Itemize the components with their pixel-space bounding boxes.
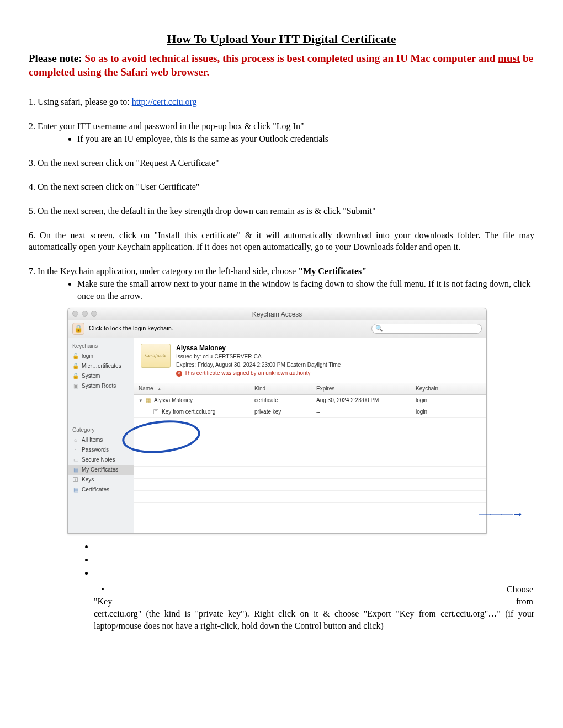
- note-prefix: Please note:: [29, 52, 84, 64]
- step-2-bullet-1: If you are an IU employee, this is the s…: [77, 133, 534, 145]
- sort-asc-icon: ▲: [157, 386, 162, 392]
- close-icon[interactable]: [72, 311, 78, 317]
- step-6: 6. On the next screen, click on "Install…: [29, 229, 534, 253]
- lock-icon[interactable]: 🔒: [72, 323, 84, 335]
- cert-warning: ✕This certificate was signed by an unkno…: [176, 370, 341, 377]
- sidebar-item-label: Secure Notes: [82, 456, 115, 464]
- certificate-thumb-icon: Certificate: [141, 344, 171, 368]
- certificate-icon: ▦: [145, 397, 152, 404]
- sidebar-item-label: Certificates: [82, 486, 109, 494]
- sidebar-item-system[interactable]: 🔒System: [68, 371, 134, 381]
- sidebar-item-label: All Items: [82, 436, 103, 444]
- col-keychain[interactable]: Keychain: [411, 383, 486, 394]
- minimize-icon[interactable]: [82, 311, 88, 317]
- please-note: Please note: So as to avoid technical is…: [29, 51, 534, 79]
- keychain-main: Certificate Alyssa Maloney Issued by: cc…: [134, 338, 486, 533]
- tail-choose: . • Choose: [94, 584, 534, 596]
- step-7b: "My Certificates": [298, 266, 367, 276]
- sidebar-item-label: login: [82, 352, 93, 360]
- folder-icon: ▣: [72, 383, 79, 389]
- keychain-titlebar: Keychain Access: [68, 308, 486, 320]
- key-icon: ⚿: [72, 477, 79, 483]
- password-icon: ⋮: [72, 447, 79, 453]
- row-kind: certificate: [250, 395, 312, 406]
- cert-name: Alyssa Maloney: [176, 344, 341, 353]
- keychain-sidebar: Keychains 🔓login 🔒Micr…ertificates 🔒Syst…: [68, 338, 134, 533]
- row-expires: Aug 30, 2024 2:23:00 PM: [312, 395, 411, 406]
- table-header: Name▲ Kind Expires Keychain: [134, 383, 486, 395]
- tag-icon: ⌕: [72, 437, 79, 443]
- step-7-bullets: Make sure the small arrow next to your n…: [77, 278, 534, 302]
- sidebar-item-label: Keys: [82, 476, 94, 484]
- keychain-title: Keychain Access: [252, 311, 302, 318]
- tail-key-left: "Key: [94, 596, 112, 608]
- step-2: 2. Enter your ITT username and password …: [29, 120, 534, 132]
- tail-bullet: [94, 540, 534, 554]
- cert-expires: Expires: Friday, August 30, 2024 2:23:00…: [176, 361, 341, 369]
- sidebar-item-label: Passwords: [82, 446, 109, 454]
- col-kind[interactable]: Kind: [250, 383, 312, 394]
- step-4: 4. On the next screen click on "User Cer…: [29, 181, 534, 193]
- step-7-bullet-1: Make sure the small arrow next to your n…: [77, 278, 534, 302]
- col-name[interactable]: Name▲: [134, 383, 250, 394]
- row-kind: private key: [250, 406, 312, 417]
- sidebar-item-label: Micr…ertificates: [82, 362, 121, 370]
- note-red1: So as to avoid technical issues, this pr…: [84, 52, 498, 64]
- cert-warning-text: This certificate was signed by an unknow…: [184, 370, 310, 377]
- sidebar-item-label: System Roots: [82, 382, 116, 390]
- sidebar-item-label: System: [82, 372, 100, 380]
- step-5: 5. On the next screen, the default in th…: [29, 205, 534, 217]
- table-row[interactable]: ▼ ▦ Alyssa Maloney certificate Aug 30, 2…: [134, 395, 486, 406]
- zoom-icon[interactable]: [91, 311, 97, 317]
- cert-issued: Issued by: cciu-CERTSERVER-CA: [176, 353, 341, 361]
- lock-icon: 🔒: [72, 363, 79, 370]
- col-label: Name: [139, 385, 153, 393]
- tail-key-right: from: [516, 596, 533, 608]
- sidebar-item-securenotes[interactable]: ▭Secure Notes: [68, 455, 134, 465]
- keychain-table: Name▲ Kind Expires Keychain ▼ ▦ Alyssa M…: [134, 383, 486, 527]
- row-name: Alyssa Maloney: [154, 397, 193, 404]
- annotation-arrow-icon: ———→: [479, 506, 523, 523]
- note-must: must: [498, 52, 520, 64]
- warning-icon: ✕: [176, 371, 182, 377]
- certificate-icon: ▤: [72, 486, 79, 493]
- step-7a: 7. In the Keychain application, under ca…: [29, 266, 298, 276]
- tail-keyfrom: "Key from: [94, 596, 534, 608]
- col-expires[interactable]: Expires: [312, 383, 411, 394]
- cert-url-link[interactable]: http://cert.cciu.org: [132, 97, 197, 106]
- step-7: 7. In the Keychain application, under ca…: [29, 265, 534, 277]
- sidebar-item-mycertificates[interactable]: ▤My Certificates: [68, 465, 134, 475]
- step-1-text: 1. Using safari, please go to:: [29, 97, 132, 106]
- sidebar-item-passwords[interactable]: ⋮Passwords: [68, 445, 134, 455]
- sidebar-item-login[interactable]: 🔓login: [68, 351, 134, 361]
- tail-paragraph: cert.cciu.org" (the kind is "private key…: [94, 608, 534, 632]
- row-expires: --: [312, 406, 411, 417]
- sidebar-item-micr[interactable]: 🔒Micr…ertificates: [68, 361, 134, 371]
- key-icon: ⚿: [153, 409, 160, 415]
- step-1: 1. Using safari, please go to: http://ce…: [29, 96, 534, 108]
- page-title: How To Upload Your ITT Digital Certifica…: [29, 31, 534, 48]
- sidebar-header-category: Category: [68, 424, 134, 435]
- step-3: 3. On the next screen click on "Request …: [29, 157, 534, 169]
- sidebar-item-systemroots[interactable]: ▣System Roots: [68, 381, 134, 391]
- sidebar-item-allitems[interactable]: ⌕All Items: [68, 435, 134, 445]
- sidebar-item-certificates[interactable]: ▤Certificates: [68, 485, 134, 495]
- table-row[interactable]: ⚿ Key from cert.cciu.org private key -- …: [134, 406, 486, 418]
- lock-icon: 🔒: [72, 373, 79, 379]
- unlock-icon: 🔓: [72, 353, 79, 360]
- tail-bullet: [94, 567, 534, 580]
- sidebar-item-keys[interactable]: ⚿Keys: [68, 475, 134, 485]
- search-input[interactable]: 🔍: [371, 324, 482, 334]
- row-name: Key from cert.cciu.org: [162, 408, 215, 416]
- lock-text: Click to lock the login keychain.: [89, 324, 173, 333]
- keychain-window: Keychain Access 🔒 Click to lock the logi…: [67, 308, 487, 534]
- tail-bullet: [94, 554, 534, 567]
- traffic-lights: [72, 311, 97, 317]
- step-2-bullets: If you are an IU employee, this is the s…: [77, 133, 534, 145]
- disclosure-down-icon[interactable]: ▼: [139, 398, 143, 404]
- certificate-details: Certificate Alyssa Maloney Issued by: cc…: [134, 338, 486, 384]
- note-icon: ▭: [72, 457, 79, 463]
- row-keychain: login: [411, 395, 486, 406]
- tail-choose-right: Choose: [507, 584, 533, 596]
- sidebar-header-keychains: Keychains: [68, 340, 134, 351]
